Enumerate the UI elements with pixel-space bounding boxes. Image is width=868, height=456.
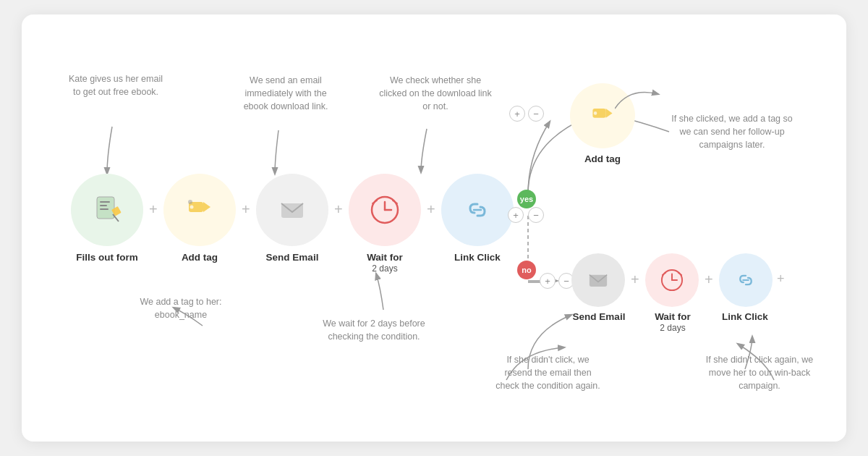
mini-circle-wait bbox=[645, 253, 699, 307]
add-tag-branch-icon bbox=[589, 102, 616, 130]
label-wait-branch: Wait for 2 days bbox=[637, 311, 709, 333]
label-wait-main: Wait for 2 days bbox=[349, 252, 421, 274]
mini-send-email-icon bbox=[586, 268, 610, 292]
plus-2: + bbox=[242, 201, 250, 218]
connector-plus-no[interactable]: + bbox=[540, 273, 556, 289]
label-link-click-main: Link Click bbox=[441, 252, 514, 263]
label-add-tag-branch: Add tag bbox=[563, 153, 642, 164]
label-link-click-branch: Link Click bbox=[709, 311, 781, 322]
label-add-tag-main: Add tag bbox=[163, 252, 236, 263]
circle-send-email-main bbox=[256, 174, 328, 246]
plus-4: + bbox=[427, 201, 435, 218]
circle-add-tag-main bbox=[163, 174, 236, 246]
plus-3: + bbox=[334, 201, 343, 218]
send-email-icon bbox=[277, 195, 307, 225]
add-tag-icon bbox=[184, 195, 215, 225]
svg-point-9 bbox=[190, 206, 194, 209]
annotation-wait: We wait for 2 days before checking the c… bbox=[320, 317, 428, 343]
badge-yes: yes bbox=[517, 190, 536, 208]
annotation-add-tag: We send an email immediately with the eb… bbox=[231, 74, 340, 113]
svg-rect-5 bbox=[100, 208, 109, 210]
badge-no: no bbox=[517, 261, 536, 279]
mini-circle-send-email bbox=[571, 253, 625, 307]
connector-plus-branch[interactable]: + bbox=[509, 106, 525, 122]
plus-after-link-click: + bbox=[777, 271, 785, 287]
circle-fills-out-form bbox=[71, 174, 143, 246]
svg-rect-3 bbox=[100, 201, 110, 203]
svg-rect-2 bbox=[97, 197, 114, 219]
svg-point-11 bbox=[188, 200, 192, 204]
annotation-fills-out-form: Kate gives us her email to get out free … bbox=[65, 72, 166, 98]
plus-1: + bbox=[149, 201, 158, 218]
annotation-send-email: We check whether she clicked on the down… bbox=[378, 74, 493, 113]
svg-marker-10 bbox=[203, 202, 210, 212]
link-click-icon bbox=[461, 194, 493, 226]
svg-point-20 bbox=[594, 111, 597, 115]
circle-wait-main bbox=[349, 174, 421, 246]
plus-bottom-1: + bbox=[631, 271, 639, 288]
circle-add-tag-branch bbox=[570, 83, 635, 148]
connector-minus-top[interactable]: − bbox=[528, 207, 544, 223]
svg-rect-4 bbox=[100, 205, 107, 206]
svg-marker-21 bbox=[606, 109, 613, 118]
wait-icon bbox=[368, 193, 401, 227]
label-fills-out-form: Fills out form bbox=[71, 252, 143, 263]
plus-bottom-2: + bbox=[705, 271, 713, 288]
form-icon bbox=[91, 194, 123, 226]
annotation-send-email-bottom: If she didn't click, we resend the email… bbox=[492, 353, 604, 392]
mini-circle-link-click bbox=[719, 253, 773, 307]
annotation-add-tag-right: If she clicked, we add a tag so we can s… bbox=[667, 112, 797, 151]
connector-plus-top[interactable]: + bbox=[508, 207, 524, 223]
annotation-wait-bottom: If she didn't click again, we move her t… bbox=[702, 353, 817, 392]
mini-wait-icon bbox=[659, 267, 685, 293]
connector-minus-branch[interactable]: − bbox=[528, 106, 544, 122]
circle-link-click-main bbox=[441, 174, 514, 246]
label-send-email-main: Send Email bbox=[256, 252, 328, 263]
mini-link-click-icon bbox=[733, 268, 758, 292]
main-card: Kate gives us her email to get out free … bbox=[22, 14, 846, 442]
annotation-add-tag-bottom: We add a tag to her: ebook_name bbox=[130, 295, 231, 321]
label-send-email-branch: Send Email bbox=[563, 311, 635, 322]
